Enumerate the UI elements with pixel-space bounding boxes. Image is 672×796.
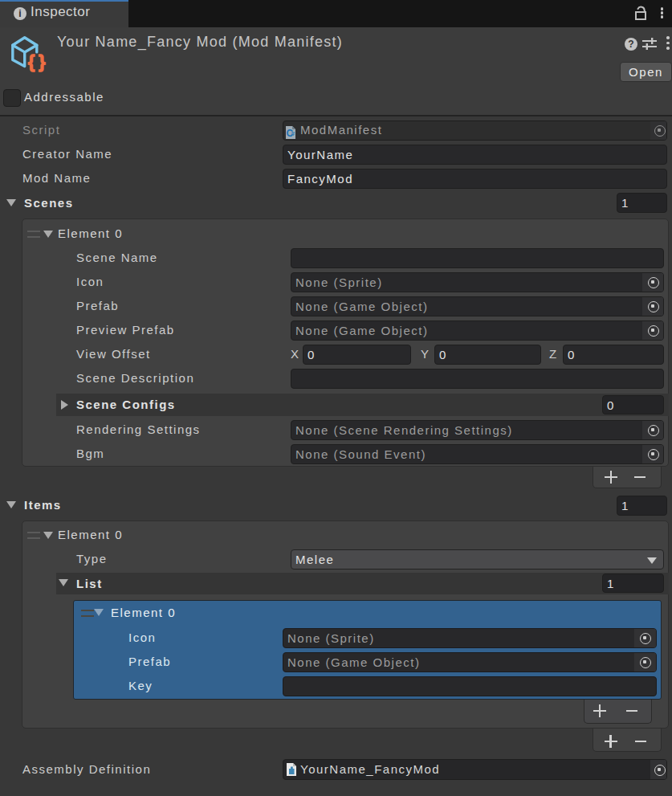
svg-text:#: # xyxy=(291,130,295,137)
svg-text:}: } xyxy=(39,51,46,71)
svg-text:{: { xyxy=(28,51,35,71)
